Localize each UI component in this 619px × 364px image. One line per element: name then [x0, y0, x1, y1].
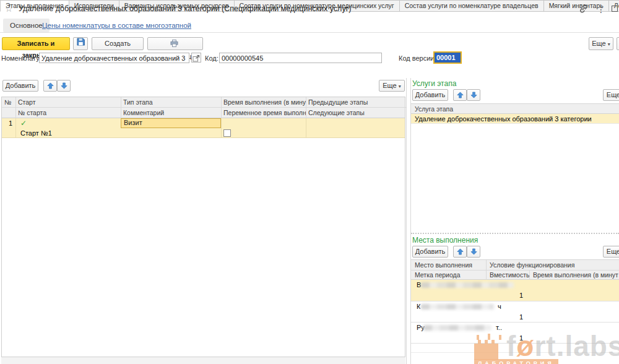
services-table-header: Услуга этапа — [411, 103, 619, 114]
places-table-row[interactable]: Ру т.. 1 — [411, 323, 619, 344]
tab-composition-owners[interactable]: Состав услуги по номенклатуре владельцев — [400, 0, 544, 12]
col-place[interactable]: Место выполнения — [412, 260, 486, 270]
services-table-row[interactable]: Удаление доброкачественных образований 3… — [411, 114, 619, 124]
arrow-down-icon — [470, 90, 477, 100]
stages-more-button[interactable]: Еще ▾ — [379, 80, 405, 92]
col-operating-condition[interactable]: Условие функционирования — [487, 260, 617, 270]
nomenclature-input[interactable] — [39, 53, 189, 63]
places-move-down-button[interactable] — [467, 246, 480, 258]
redacted-text — [421, 282, 514, 288]
col-capacity[interactable]: Вместимость — [487, 270, 529, 280]
capacity-value: 1 — [486, 333, 527, 343]
services-table-empty-area — [411, 124, 619, 233]
col-exec-time-min[interactable]: Время выполнения (в минутах) — [530, 270, 618, 280]
col-period-mark[interactable]: Метка периода — [412, 270, 486, 280]
stages-more-label: Еще — [383, 82, 396, 89]
places-table-row[interactable]: К ч 1 — [411, 301, 619, 323]
open-nomenclature-button[interactable] — [191, 53, 201, 63]
places-add-button[interactable]: Добавить — [412, 246, 448, 258]
service-name-cell: Удаление доброкачественных образований 3… — [412, 114, 618, 124]
form-more-button[interactable]: Еще ▾ — [589, 37, 613, 50]
col-comment[interactable]: Комментарий — [121, 108, 221, 118]
code-label: Код: — [205, 54, 219, 62]
col-prev-stages[interactable]: Предыдущие этапы — [306, 97, 405, 107]
app-window: ☆ Удаление доброкачественных образований… — [0, 0, 619, 364]
stages-table-row[interactable]: 1 ✓ Визит Старт №1 — [2, 118, 405, 138]
place-name-prefix: В — [414, 280, 421, 290]
save-button[interactable] — [73, 37, 88, 50]
places-move-up-button[interactable] — [453, 246, 467, 258]
nav-separator — [0, 32, 619, 33]
favorite-star-icon[interactable]: ☆ — [5, 4, 13, 14]
maximize-icon[interactable] — [609, 4, 619, 15]
start-no-cell: Старт №1 — [18, 128, 52, 138]
version-code-input[interactable] — [433, 51, 462, 64]
arrow-down-icon — [470, 246, 477, 257]
printer-icon — [170, 41, 178, 48]
create-version-button[interactable]: Создать версию — [92, 37, 144, 50]
floppy-icon — [77, 40, 85, 47]
places-panel-title: Места выполнения — [412, 236, 478, 245]
places-more-button[interactable]: Еще — [603, 246, 619, 258]
start-check-icon: ✓ — [18, 118, 27, 128]
col-num[interactable]: № — [2, 97, 15, 107]
services-move-down-button[interactable] — [467, 89, 480, 101]
services-more-button[interactable]: Еще — [603, 89, 619, 101]
vertical-splitter[interactable] — [406, 78, 411, 364]
stages-move-down-button[interactable] — [57, 80, 71, 92]
services-move-up-button[interactable] — [453, 89, 467, 101]
stages-add-button[interactable]: Добавить — [2, 80, 38, 92]
places-table-row[interactable]: В 1 — [411, 280, 619, 301]
col-exec-time[interactable]: Время выполнения (в минутах) — [221, 97, 306, 107]
variable-time-checkbox[interactable] — [223, 129, 231, 137]
redacted-text — [423, 325, 491, 331]
nav-link-prices[interactable]: Цены номенклатуры в составе многоэтапной — [42, 19, 191, 32]
arrow-up-icon — [457, 246, 464, 257]
places-table-header: Место выполнения Условие функционировани… — [411, 259, 619, 280]
place-name-prefix: К — [414, 301, 420, 311]
places-table: Место выполнения Условие функционировани… — [411, 259, 619, 364]
col-next-stages[interactable]: Следующие этапы — [306, 108, 405, 118]
arrow-down-icon — [61, 80, 67, 91]
version-code-label: Код версии: — [399, 54, 436, 62]
horizontal-splitter[interactable] — [411, 233, 619, 234]
col-start-no[interactable]: № старта — [15, 108, 121, 118]
more-label: Еще — [592, 40, 605, 47]
stage-type-cell[interactable]: Визит — [121, 118, 221, 128]
menu-kebab-icon[interactable]: ⋮ — [595, 4, 607, 15]
open-link-icon — [193, 53, 200, 64]
redacted-text — [421, 304, 494, 310]
save-and-close-button[interactable]: Записать и закрыть — [2, 37, 70, 50]
arrow-up-icon — [47, 80, 54, 91]
code-input[interactable] — [219, 53, 382, 63]
row-number: 1 — [2, 118, 14, 128]
col-stage-type[interactable]: Тип этапа — [121, 97, 221, 107]
window-title: Удаление доброкачественных образований 3… — [19, 4, 351, 13]
place-name-suffix: т.. — [493, 323, 502, 332]
stages-table-header: № Старт Тип этапа Время выполнения (в ми… — [2, 97, 405, 118]
services-panel-title: Услуги этапа — [412, 79, 456, 88]
place-name-suffix: ч — [495, 301, 501, 311]
col-variable-time[interactable]: Переменное время выполнения — [221, 108, 306, 118]
caret-down-icon: ▾ — [608, 41, 610, 47]
specification-button[interactable]: Спецификация — [147, 37, 203, 50]
services-add-button[interactable]: Добавить — [412, 89, 448, 101]
col-service[interactable]: Услуга этапа — [412, 104, 617, 115]
stages-move-up-button[interactable] — [43, 80, 57, 92]
capacity-value: 1 — [486, 290, 527, 300]
left-panel-footer — [1, 357, 405, 364]
help-button-clipped[interactable] — [617, 37, 619, 50]
arrow-up-icon — [457, 90, 464, 100]
link-icon[interactable] — [578, 4, 589, 15]
caret-down-icon: ▾ — [399, 84, 401, 89]
stages-table: № Старт Тип этапа Время выполнения (в ми… — [1, 97, 405, 357]
col-start[interactable]: Старт — [15, 97, 121, 107]
capacity-value: 1 — [486, 312, 527, 322]
